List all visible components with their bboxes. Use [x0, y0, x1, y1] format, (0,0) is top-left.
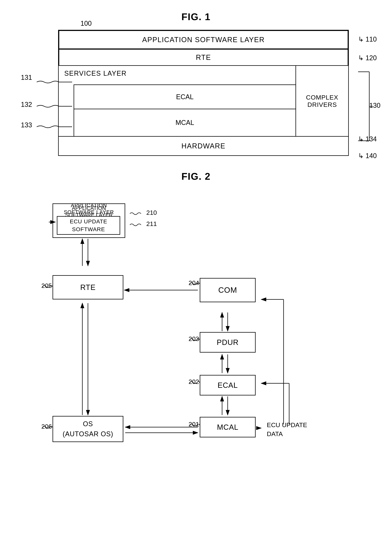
fig1-title: FIG. 1 — [15, 11, 377, 22]
fig2-diagram: APPLICATION SOFTWARE LAYER APPLICATIONSO… — [38, 193, 354, 454]
ref-120: 120 — [366, 54, 377, 62]
fig1-container: 100 131 132 133 APPLICATION SO — [47, 30, 345, 156]
ref-201: 201 — [189, 422, 200, 429]
ref-130-group: 130 — [354, 71, 379, 143]
ref-140-group: ↳ 140 — [358, 152, 377, 160]
ecu-update-box: ECU UPDATESOFTWARE — [57, 216, 120, 235]
mcal-box: MCAL — [74, 109, 296, 136]
ecal-box: ECAL — [74, 85, 296, 109]
ref-110-group: ↳ 110 — [358, 35, 377, 43]
app-layer-box: APPLICATION SOFTWARE LAYER — [59, 30, 348, 49]
ecal-box-fig2: ECAL — [200, 375, 256, 395]
ref-204: 204 — [189, 281, 200, 288]
ref-120-group: ↳ 120 — [358, 54, 377, 62]
fig2-container: APPLICATION SOFTWARE LAYER APPLICATIONSO… — [38, 193, 354, 454]
left-part: SERVICES LAYER ECAL MCAL — [59, 66, 296, 136]
fig2-title: FIG. 2 — [15, 171, 377, 182]
mcal-box-fig2: MCAL — [200, 417, 256, 437]
ref-140: 140 — [366, 152, 377, 160]
rte-layer-box: RTE — [59, 49, 348, 66]
complex-drivers-box: COMPLEX DRIVERS — [296, 66, 348, 136]
com-box: COM — [200, 278, 256, 302]
ref-134-group: ↳ 134 — [358, 135, 377, 143]
ref-100: 100 — [80, 19, 92, 27]
ecu-data-label: ECU UPDATE DATA — [267, 421, 307, 438]
app-outer-box: APPLICATIONSOFTWARE LAYER ECU UPDATESOFT… — [52, 203, 125, 238]
ref-206: 206 — [41, 424, 52, 432]
middle-section: SERVICES LAYER ECAL MCAL — [59, 66, 348, 137]
ref-205: 205 — [41, 284, 52, 291]
ref-211: 211 — [129, 221, 142, 230]
ref-134: 134 — [366, 135, 377, 143]
os-box: OS(AUTOSAR OS) — [52, 416, 123, 442]
ref-202: 202 — [189, 380, 200, 387]
page-content: FIG. 1 100 131 132 133 — [0, 0, 392, 465]
ref-203: 203 — [189, 337, 200, 344]
rte-box: RTE — [52, 275, 123, 299]
hardware-layer-box: HARDWARE — [59, 137, 348, 155]
ref-210: 210 — [129, 210, 142, 219]
ref-110: 110 — [366, 35, 377, 43]
services-label: SERVICES LAYER — [64, 70, 127, 77]
pdur-box: PDUR — [200, 332, 256, 352]
